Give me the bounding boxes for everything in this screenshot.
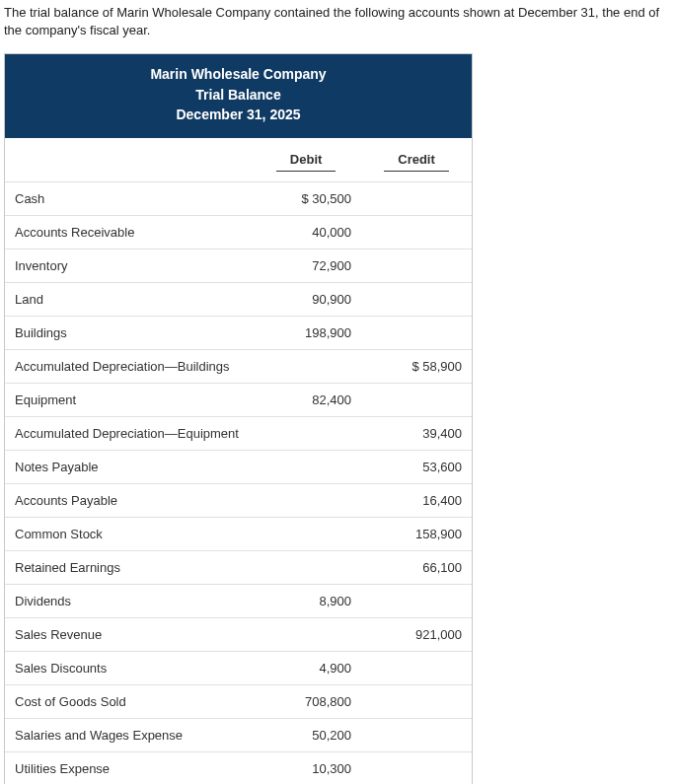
credit-value xyxy=(361,652,472,685)
debit-value: 50,200 xyxy=(251,719,361,752)
col-header-debit: Debit xyxy=(251,138,361,182)
account-name: Buildings xyxy=(5,317,251,350)
credit-value xyxy=(361,182,472,216)
table-row: Cost of Goods Sold708,800 xyxy=(5,685,472,719)
debit-value: 198,900 xyxy=(251,317,361,350)
credit-value xyxy=(361,216,472,249)
column-header-row: Debit Credit xyxy=(5,138,472,182)
credit-value: 921,000 xyxy=(361,618,472,652)
debit-value: 82,400 xyxy=(251,384,361,417)
credit-value xyxy=(361,283,472,317)
table-row: Salaries and Wages Expense50,200 xyxy=(5,719,472,752)
debit-value xyxy=(251,451,361,484)
account-name: Accumulated Depreciation—Buildings xyxy=(5,350,251,384)
credit-value: 39,400 xyxy=(361,417,472,451)
report-date: December 31, 2025 xyxy=(13,105,464,124)
credit-value: $ 58,900 xyxy=(361,350,472,384)
report-title: Trial Balance xyxy=(13,85,464,105)
credit-label: Credit xyxy=(384,152,449,172)
table-header: Marin Wholesale Company Trial Balance De… xyxy=(5,54,472,138)
table-row: Accumulated Depreciation—Buildings$ 58,9… xyxy=(5,350,472,384)
debit-value xyxy=(251,484,361,518)
table-row: Dividends8,900 xyxy=(5,585,472,618)
credit-value: 16,400 xyxy=(361,484,472,518)
account-name: Sales Revenue xyxy=(5,618,251,652)
col-header-account xyxy=(5,138,251,182)
credit-value xyxy=(361,752,472,784)
table-row: Land90,900 xyxy=(5,283,472,317)
account-name: Sales Discounts xyxy=(5,652,251,685)
debit-value: 72,900 xyxy=(251,249,361,283)
table-row: Buildings198,900 xyxy=(5,317,472,350)
debit-value xyxy=(251,518,361,551)
account-name: Land xyxy=(5,283,251,317)
debit-value: $ 30,500 xyxy=(251,182,361,216)
table-row: Cash$ 30,500 xyxy=(5,182,472,216)
table-row: Retained Earnings66,100 xyxy=(5,551,472,585)
debit-value xyxy=(251,350,361,384)
account-name: Accounts Receivable xyxy=(5,216,251,249)
table-row: Inventory72,900 xyxy=(5,249,472,283)
table-row: Accounts Receivable40,000 xyxy=(5,216,472,249)
credit-value xyxy=(361,384,472,417)
account-name: Common Stock xyxy=(5,518,251,551)
debit-value: 8,900 xyxy=(251,585,361,618)
table-row: Equipment82,400 xyxy=(5,384,472,417)
credit-value: 66,100 xyxy=(361,551,472,585)
account-name: Accumulated Depreciation—Equipment xyxy=(5,417,251,451)
credit-value xyxy=(361,585,472,618)
account-name: Cash xyxy=(5,182,251,216)
debit-value xyxy=(251,618,361,652)
table-row: Notes Payable53,600 xyxy=(5,451,472,484)
account-name: Salaries and Wages Expense xyxy=(5,719,251,752)
debit-value: 90,900 xyxy=(251,283,361,317)
table-row: Accounts Payable16,400 xyxy=(5,484,472,518)
credit-value xyxy=(361,685,472,719)
account-name: Notes Payable xyxy=(5,451,251,484)
debit-value: 40,000 xyxy=(251,216,361,249)
credit-value xyxy=(361,719,472,752)
account-name: Dividends xyxy=(5,585,251,618)
intro-text: The trial balance of Marin Wholesale Com… xyxy=(4,4,673,39)
account-name: Inventory xyxy=(5,249,251,283)
table-row: Sales Discounts4,900 xyxy=(5,652,472,685)
table-row: Utilities Expense10,300 xyxy=(5,752,472,784)
debit-value xyxy=(251,417,361,451)
table-row: Common Stock158,900 xyxy=(5,518,472,551)
credit-value: 53,600 xyxy=(361,451,472,484)
account-name: Equipment xyxy=(5,384,251,417)
debit-label: Debit xyxy=(276,152,336,172)
col-header-credit: Credit xyxy=(361,138,472,182)
debit-value: 4,900 xyxy=(251,652,361,685)
debit-value: 10,300 xyxy=(251,752,361,784)
account-name: Accounts Payable xyxy=(5,484,251,518)
credit-value xyxy=(361,249,472,283)
account-name: Retained Earnings xyxy=(5,551,251,585)
company-name: Marin Wholesale Company xyxy=(13,64,464,84)
table-row: Accumulated Depreciation—Equipment39,400 xyxy=(5,417,472,451)
credit-value xyxy=(361,317,472,350)
account-name: Utilities Expense xyxy=(5,752,251,784)
credit-value: 158,900 xyxy=(361,518,472,551)
debit-value: 708,800 xyxy=(251,685,361,719)
debit-value xyxy=(251,551,361,585)
trial-balance-table: Marin Wholesale Company Trial Balance De… xyxy=(4,53,473,784)
table-row: Sales Revenue921,000 xyxy=(5,618,472,652)
account-name: Cost of Goods Sold xyxy=(5,685,251,719)
